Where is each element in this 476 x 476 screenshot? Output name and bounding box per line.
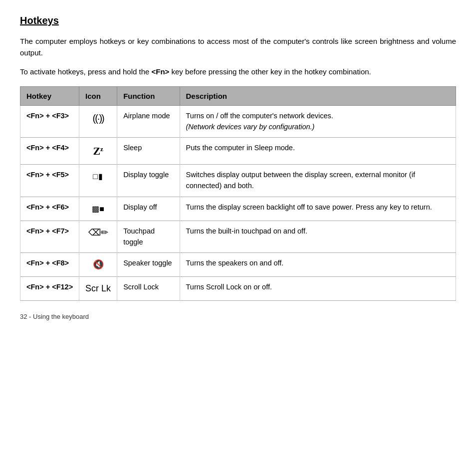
description-cell: Turns the display screen backlight off t… (180, 197, 456, 221)
hotkey-cell: <Fn> + <F6> (20, 197, 79, 221)
icon-cell: ((·)) (79, 105, 117, 138)
table-row: <Fn> + <F8>🔇Speaker toggleTurns the spea… (20, 253, 456, 277)
intro-paragraph-2: To activate hotkeys, press and hold the … (20, 66, 456, 77)
icon-cell: Scr Lk (79, 277, 117, 301)
icon-cell: ⌫✏ (79, 221, 117, 253)
col-header-icon: Icon (79, 86, 117, 105)
icon-cell: 🔇 (79, 253, 117, 277)
page-title: Hotkeys (20, 15, 59, 26)
function-cell: Speaker toggle (117, 253, 180, 277)
hotkey-cell: <Fn> + <F5> (20, 165, 79, 197)
function-cell: Airplane mode (117, 105, 180, 138)
description-cell: Turns on / off the computer's network de… (180, 105, 456, 138)
description-cell: Turns Scroll Lock on or off. (180, 277, 456, 301)
description-cell: Turns the built-in touchpad on and off. (180, 221, 456, 253)
fn-key-highlight: <Fn> (152, 67, 170, 76)
table-row: <Fn> + <F6>▩■Display offTurns the displa… (20, 197, 456, 221)
display-off-icon: ▩■ (92, 205, 104, 213)
description-cell: Switches display output between the disp… (180, 165, 456, 197)
speaker-icon: 🔇 (93, 259, 104, 269)
icon-cell: □▮ (79, 165, 117, 197)
sleep-icon: Zz (93, 147, 103, 157)
footer-text: 32 - Using the keyboard (20, 313, 456, 320)
table-row: <Fn> + <F5>□▮Display toggleSwitches disp… (20, 165, 456, 197)
table-row: <Fn> + <F3>((·))Airplane modeTurns on / … (20, 105, 456, 138)
col-header-function: Function (117, 86, 180, 105)
function-cell: Display off (117, 197, 180, 221)
icon-cell: Zz (79, 138, 117, 165)
description-cell: Turns the speakers on and off. (180, 253, 456, 277)
col-header-hotkey: Hotkey (20, 86, 79, 105)
display-toggle-icon: □▮ (93, 172, 103, 181)
col-header-description: Description (180, 86, 456, 105)
hotkeys-table: Hotkey Icon Function Description <Fn> + … (20, 86, 456, 301)
icon-cell: ▩■ (79, 197, 117, 221)
intro2-post: key before pressing the other key in the… (169, 67, 371, 76)
hotkey-cell: <Fn> + <F7> (20, 221, 79, 253)
table-row: <Fn> + <F7>⌫✏Touchpad toggleTurns the bu… (20, 221, 456, 253)
function-cell: Display toggle (117, 165, 180, 197)
wifi-icon: ((·)) (93, 113, 104, 124)
scrlk-text: Scr Lk (85, 283, 111, 293)
intro-paragraph-1: The computer employs hotkeys or key comb… (20, 35, 456, 59)
touchpad-icon: ⌫✏ (88, 228, 108, 238)
description-cell: Puts the computer in Sleep mode. (180, 138, 456, 165)
hotkey-cell: <Fn> + <F8> (20, 253, 79, 277)
hotkey-cell: <Fn> + <F4> (20, 138, 79, 165)
intro2-pre: To activate hotkeys, press and hold the (20, 67, 152, 76)
hotkey-cell: <Fn> + <F12> (20, 277, 79, 301)
table-row: <Fn> + <F12>Scr LkScroll LockTurns Scrol… (20, 277, 456, 301)
desc-extra: (Network devices vary by configuration.) (186, 123, 315, 131)
function-cell: Touchpad toggle (117, 221, 180, 253)
hotkey-cell: <Fn> + <F3> (20, 105, 79, 138)
function-cell: Scroll Lock (117, 277, 180, 301)
table-header-row: Hotkey Icon Function Description (20, 86, 456, 105)
function-cell: Sleep (117, 138, 180, 165)
table-row: <Fn> + <F4>ZzSleepPuts the computer in S… (20, 138, 456, 165)
